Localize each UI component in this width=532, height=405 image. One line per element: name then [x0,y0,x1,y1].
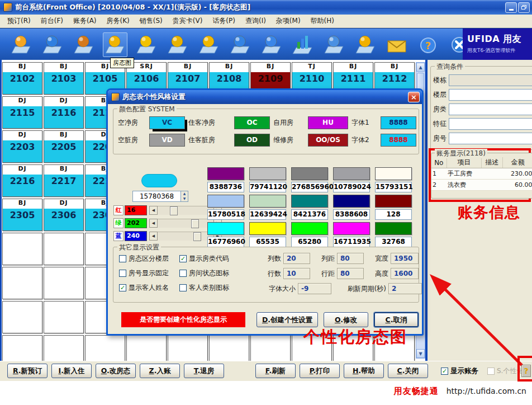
room-cell-2205[interactable]: BJ2205 [44,130,84,163]
dialog-title-bar[interactable]: 房态表个性风格设置 × [108,90,422,104]
mail-icon[interactable] [384,32,409,57]
slider-thumb[interactable] [191,219,199,228]
room-cell-2102[interactable]: BJ2102 [2,62,42,95]
menu-item-3[interactable]: 房务(K) [102,15,135,27]
billing-search-icon[interactable] [197,32,221,57]
field-高度[interactable]: 1600 [391,268,419,279]
query-input-2[interactable] [449,103,532,115]
billing-row-0[interactable]: 1手工房费230.00 [431,168,532,180]
dialog-checkbox-0[interactable]: 房态区分楼层 [119,254,179,263]
menu-item-1[interactable]: 前台(F) [36,15,68,27]
color-config-OD[interactable]: OD [234,134,270,147]
check-in-icon[interactable] [134,32,159,57]
bottom-button-R[interactable]: R.新预订 [7,364,48,378]
dialog-checkbox-2[interactable]: 房号显示固定 [119,269,179,278]
channel-slider[interactable] [158,206,213,215]
room-cell-2103[interactable]: BJ2103 [44,62,84,95]
room-cell-empty[interactable] [2,267,42,299]
color-swatch[interactable] [249,222,286,235]
room-cell-empty[interactable] [2,233,42,265]
query-input-1[interactable] [449,89,532,101]
color-swatch[interactable] [291,167,328,180]
room-cell-empty[interactable] [85,335,125,361]
color-swatch[interactable] [291,222,328,235]
bottom-button-H[interactable]: H.帮助 [344,364,384,378]
room-cell-empty[interactable] [44,301,84,333]
cancel-button[interactable]: C.取消 [374,312,419,327]
scroll-left-icon[interactable]: ◀ [149,219,158,228]
dialog-close-icon[interactable]: × [408,92,420,102]
scroll-left-icon[interactable]: ◀ [149,232,158,241]
help-icon[interactable]: ? [416,32,440,57]
room-cell-empty[interactable] [250,335,291,361]
field-行数[interactable]: 10 [283,268,310,279]
reservation-icon[interactable] [9,32,34,57]
color-config-OC[interactable]: OC [234,116,270,129]
room-cell-empty[interactable] [44,267,84,299]
color-config-HU[interactable]: HU [308,116,348,129]
bottom-button-I[interactable]: I.新入住 [51,364,92,378]
help-question-button[interactable]: ? [521,365,531,377]
color-swatch[interactable] [333,167,370,180]
bottom-button-T[interactable]: T.退房 [184,364,224,378]
room-cell-empty[interactable] [44,335,84,361]
report-chart-icon[interactable] [291,32,315,57]
bottom-button-F[interactable]: F.刷新 [255,364,296,378]
field-行距[interactable]: 80 [337,268,364,279]
menu-item-4[interactable]: 销售(S) [135,15,168,27]
field-宽度[interactable]: 1950 [391,253,419,264]
menu-item-5[interactable]: 贵宾卡(V) [168,15,208,27]
color-swatch[interactable] [375,195,412,208]
room-cell-empty[interactable] [209,335,249,361]
dialog-checkbox-1[interactable]: ✓显示房类代码 [179,254,252,263]
channel-slider[interactable] [158,219,213,228]
color-swatch[interactable] [333,195,370,208]
color-config-8888[interactable]: 8888 [381,116,416,129]
telephone-icon[interactable] [259,32,284,57]
room-cell-empty[interactable] [2,335,42,361]
channel-slider[interactable] [158,232,213,241]
color-config-VD[interactable]: VD [149,134,185,147]
color-swatch[interactable] [375,167,412,180]
status-url[interactable]: http://t.ufida.com.cn [446,387,526,395]
spinner-arrows-icon[interactable]: ▲▼ [180,191,188,201]
scroll-down-icon[interactable]: ▼ [416,349,425,358]
guest-icon[interactable] [72,32,96,57]
field-刷新周期(秒)[interactable]: 2 [388,283,422,294]
color-value-spinner[interactable]: 15780368 ▲▼ [132,191,188,202]
query-input-3[interactable] [449,118,532,130]
color-swatch[interactable] [249,167,286,180]
modify-button[interactable]: O.修改 [324,312,368,327]
statistics-icon[interactable] [353,32,378,57]
bottom-button-C[interactable]: C.关闭 [388,364,428,378]
system-settings-icon[interactable] [40,32,65,57]
color-config-8888[interactable]: 8888 [381,134,416,147]
room-status-icon[interactable] [103,32,127,57]
room-cell-empty[interactable] [168,335,208,361]
field-列数[interactable]: 20 [283,253,310,264]
room-cell-2203[interactable]: DJ2203 [2,130,42,163]
night-audit-icon[interactable] [228,32,253,57]
room-cell-2305[interactable]: BJ2305 [2,199,42,231]
dialog-checkbox-5[interactable]: 客人类别图标 [179,283,252,293]
color-swatch[interactable] [375,222,412,235]
bottom-button-O[interactable]: O.改房态 [96,364,136,378]
room-cell-empty[interactable] [126,335,167,361]
room-cell-2116[interactable]: DJ2116 [44,96,84,129]
room-cell-2217[interactable]: BJ2217 [44,164,84,197]
query-input-4[interactable] [449,133,532,144]
scroll-left-icon[interactable]: ◀ [149,206,158,215]
color-swatch[interactable] [207,195,244,208]
color-swatch[interactable] [249,195,286,208]
restore-button[interactable] [518,2,530,13]
room-cell-2306[interactable]: DJ2306 [44,199,84,231]
room-cell-2216[interactable]: DJ2216 [2,164,42,197]
menu-item-7[interactable]: 查询(I) [240,15,271,27]
field-列距[interactable]: 80 [337,253,364,264]
color-swatch[interactable] [207,167,244,180]
color-swatch[interactable] [291,195,328,208]
room-key-icon[interactable] [165,32,190,57]
room-cell-empty[interactable] [2,301,42,333]
color-config-OO-OS[interactable]: OO/OS [308,134,348,147]
menu-item-9[interactable]: 帮助(H) [306,15,339,27]
